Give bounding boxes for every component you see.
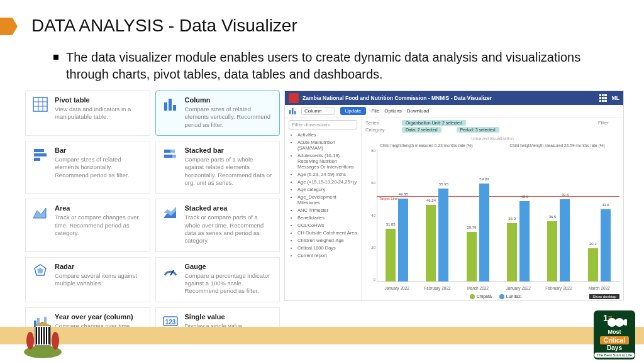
- chip-period[interactable]: Period: 3 selected: [457, 127, 499, 133]
- menu-download[interactable]: Download: [407, 108, 430, 114]
- bullet-row: The data visualizer module enables users…: [53, 49, 601, 83]
- dimension-item[interactable]: Age_Development Milestones: [297, 194, 357, 206]
- bar: 59.33: [479, 184, 489, 282]
- viz-card-pivot-table[interactable]: Pivot tableView data and indicators in a…: [25, 90, 150, 136]
- pivot-table-icon: [32, 96, 48, 112]
- svg-rect-12: [170, 150, 175, 153]
- svg-rect-28: [35, 326, 50, 346]
- app-title: Zambia National Food and Nutrition Commi…: [303, 95, 492, 101]
- dimension-item[interactable]: Age (6-23, 24-59) mths: [297, 172, 357, 177]
- filter-dimensions-input[interactable]: Filter dimensions: [289, 120, 357, 129]
- column-chart: 806040200 Target Line 31.8549.8846.2455.…: [365, 149, 619, 299]
- dimension-item[interactable]: CH Outside Catchment Area: [297, 230, 357, 236]
- svg-point-34: [615, 318, 624, 327]
- dimension-item[interactable]: Current report: [297, 253, 357, 258]
- bar-icon: [32, 146, 48, 163]
- bar: 29.79: [467, 232, 477, 282]
- filter-label: Filter: [598, 120, 619, 126]
- category-label: Category: [365, 127, 387, 133]
- svg-text:123: 123: [165, 319, 175, 326]
- dimension-item[interactable]: Adolescents (10-19) Receiving Nutrition …: [297, 153, 357, 170]
- svg-point-30: [52, 332, 59, 349]
- dimension-item[interactable]: Beneficiaries: [297, 215, 357, 221]
- chart-area: Series Organisation Unit: 2 selected Fil…: [362, 118, 623, 300]
- footer: [0, 344, 644, 362]
- viz-type-select[interactable]: Column: [301, 107, 335, 115]
- svg-point-29: [26, 332, 34, 349]
- bar: 36.5: [547, 221, 557, 282]
- bar: 31.85: [386, 229, 396, 282]
- area-icon: [32, 204, 48, 221]
- svg-text:1: 1: [603, 313, 608, 323]
- apps-icon[interactable]: [599, 94, 607, 102]
- viz-card-gauge[interactable]: GaugeCompare a percentage indicator agai…: [155, 257, 280, 302]
- svg-rect-13: [164, 155, 172, 158]
- column-icon: [162, 96, 179, 112]
- svg-rect-7: [173, 105, 176, 111]
- dimension-item[interactable]: Age (<15,15-19,20-24,25+)y: [297, 179, 357, 185]
- svg-marker-16: [37, 268, 43, 273]
- menu-options[interactable]: Options: [384, 108, 402, 114]
- svg-rect-9: [34, 153, 47, 156]
- panel1-title: Child height/length measured 0-23 months…: [380, 143, 472, 148]
- bar: 49.6: [560, 199, 570, 282]
- app-toolbar: Column Update File Options Download: [285, 105, 623, 118]
- dimension-item[interactable]: Critical 1000 Days: [297, 245, 357, 251]
- menu-file[interactable]: File: [371, 108, 379, 114]
- svg-rect-24: [289, 110, 291, 114]
- bar: 48.6: [519, 201, 530, 282]
- chart-legend: Chipata Lundazi: [365, 294, 619, 299]
- column-icon: [289, 107, 296, 115]
- app-header: Zambia National Food and Nutrition Commi…: [285, 91, 623, 105]
- bar: 49.88: [398, 199, 408, 282]
- panel2-title: Child height/length measured 24-59 month…: [510, 143, 605, 148]
- svg-rect-8: [34, 149, 44, 152]
- chip-orgunit[interactable]: Organisation Unit: 2 selected: [402, 120, 466, 126]
- svg-rect-26: [294, 111, 296, 114]
- svg-rect-5: [164, 102, 167, 111]
- bullet-square: [53, 55, 58, 60]
- bar: 46.24: [426, 205, 436, 282]
- accent-marker: [0, 18, 18, 35]
- app-logo: [289, 93, 299, 103]
- svg-rect-0: [33, 97, 47, 111]
- dimensions-panel: Filter dimensions ActivitiesAcute Malnut…: [285, 118, 362, 300]
- bar: 43.6: [601, 209, 611, 282]
- viz-card-radar[interactable]: RadarCompare several items against multi…: [25, 257, 150, 302]
- update-button[interactable]: Update: [340, 107, 367, 115]
- bar: 55.95: [438, 189, 448, 282]
- bullet-text: The data visualizer module enables users…: [66, 49, 601, 83]
- stacked-bar-icon: [162, 146, 179, 163]
- svg-rect-10: [34, 158, 40, 161]
- svg-rect-25: [292, 108, 294, 114]
- viz-card-stacked-area[interactable]: Stacked areaTrack or compare parts of a …: [155, 199, 280, 251]
- dimension-item[interactable]: Children weighed-Age: [297, 238, 357, 243]
- svg-point-33: [608, 318, 616, 327]
- stacked-area-icon: [162, 204, 179, 221]
- dimension-item[interactable]: Acute Malnutrition (SAM/MAM): [297, 140, 357, 151]
- viz-card-column[interactable]: ColumnCompare sizes of related elements …: [155, 90, 280, 136]
- footer-ribbon: [0, 327, 644, 344]
- viz-type-cards: Pivot tableView data and indicators in a…: [25, 90, 280, 353]
- 1000-days-badge: 1st Most Critical Days The Best Start to…: [594, 310, 635, 359]
- dimension-item[interactable]: Activities: [297, 132, 357, 138]
- chip-data[interactable]: Data: 2 selected: [402, 127, 441, 133]
- bar: 35.3: [507, 223, 517, 282]
- viz-card-bar[interactable]: BarCompare sizes of related elements hor…: [25, 141, 150, 194]
- coat-of-arms: [18, 317, 68, 361]
- svg-rect-6: [169, 99, 172, 111]
- viz-card-area[interactable]: AreaTrack or compare changes over time. …: [25, 199, 150, 251]
- viz-card-stacked-bar[interactable]: Stacked barCompare parts of a whole agai…: [155, 141, 280, 194]
- dimension-item[interactable]: CCs/CoHWs: [297, 222, 357, 228]
- svg-rect-14: [172, 155, 176, 158]
- bar: 20.2: [588, 248, 598, 282]
- dimension-item[interactable]: ANC Trimester: [297, 207, 357, 213]
- series-label: Series: [365, 120, 387, 126]
- dimension-item[interactable]: Age category: [297, 187, 357, 192]
- user-initials[interactable]: ML: [612, 95, 619, 101]
- radar-icon: [32, 263, 48, 279]
- show-desktop[interactable]: Show desktop: [589, 294, 619, 299]
- svg-rect-11: [164, 150, 170, 153]
- data-visualizer-app: Zambia National Food and Nutrition Commi…: [284, 90, 624, 301]
- page-title: DATA ANALYSIS - Data Visualizer: [31, 16, 297, 36]
